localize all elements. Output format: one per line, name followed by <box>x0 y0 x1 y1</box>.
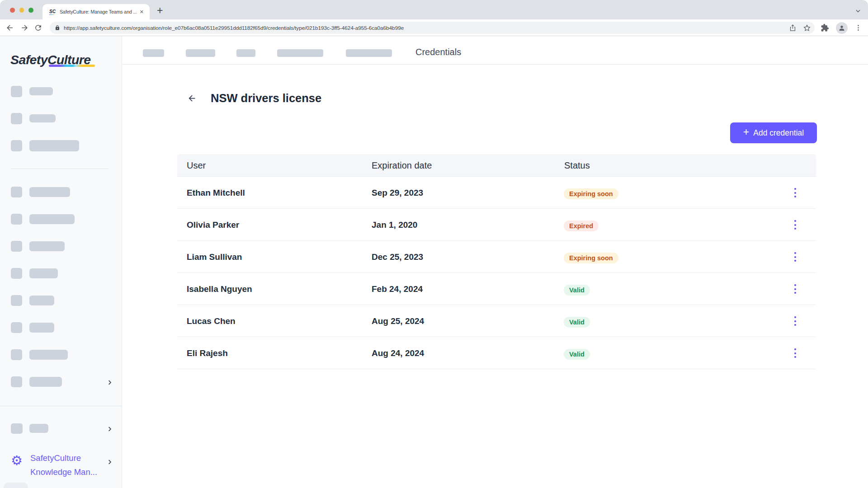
back-nav-icon[interactable] <box>5 23 14 32</box>
sidebar-skeleton-icon <box>11 140 22 151</box>
browser-window: SC SafetyCulture: Manage Teams and ... ✕… <box>0 0 868 488</box>
add-credential-button[interactable]: + Add credential <box>730 122 817 143</box>
sidebar-skeleton-icon <box>11 187 22 197</box>
sidebar-skeleton-bar <box>29 323 54 333</box>
extensions-puzzle-icon[interactable] <box>821 23 829 32</box>
table-row[interactable]: Olivia Parker Jan 1, 2020 Expired <box>177 209 816 241</box>
chevron-right-icon[interactable] <box>106 426 113 432</box>
nav-skeleton-bar <box>236 49 255 57</box>
sidebar-divider <box>10 169 108 169</box>
sidebar-skeleton-icon <box>11 268 22 279</box>
sidebar-skeleton-icon <box>11 376 22 387</box>
table-header: User Expiration date Status <box>177 154 816 177</box>
table-row[interactable]: Liam Sullivan Dec 25, 2023 Expiring soon <box>177 241 816 273</box>
sidebar-skeleton-bar <box>29 296 54 305</box>
url-text[interactable]: https://app.safetyculture.com/organisati… <box>64 25 783 31</box>
gear-icon: ⚙ <box>11 454 23 467</box>
nav-skeleton-bar <box>186 49 215 57</box>
sidebar-skeleton-bar <box>29 268 58 278</box>
user-cell: Liam Sullivan <box>187 241 242 273</box>
table-row[interactable]: Ethan Mitchell Sep 29, 2023 Expiring soo… <box>177 177 816 209</box>
column-user: User <box>187 154 206 177</box>
plus-icon: + <box>743 126 749 138</box>
tab-credentials[interactable]: Credentials <box>415 36 461 65</box>
sidebar-skeleton-icon <box>11 349 22 360</box>
forward-nav-icon[interactable] <box>20 23 29 32</box>
status-badge: Valid <box>564 349 590 360</box>
main-area: Credentials NSW drivers license + Add cr… <box>122 36 868 488</box>
user-cell: Eli Rajesh <box>187 337 228 369</box>
browser-tab[interactable]: SC SafetyCulture: Manage Teams and ... ✕ <box>42 4 150 19</box>
safetyculture-favicon-icon: SC <box>49 9 56 14</box>
expiration-cell: Dec 25, 2023 <box>372 241 423 273</box>
row-menu-kebab-icon[interactable] <box>789 316 802 326</box>
tab-strip: SC SafetyCulture: Manage Teams and ... ✕… <box>0 0 868 19</box>
sidebar-bottom-card <box>4 483 28 488</box>
table-row[interactable]: Lucas Chen Aug 25, 2024 Valid <box>177 305 816 337</box>
reload-icon[interactable] <box>34 23 42 32</box>
lock-icon[interactable] <box>55 25 60 31</box>
sidebar-skeleton-bar <box>29 377 62 387</box>
user-cell: Lucas Chen <box>187 305 236 337</box>
expiration-cell: Jan 1, 2020 <box>372 209 417 241</box>
column-expiration-date: Expiration date <box>372 154 432 177</box>
user-cell: Ethan Mitchell <box>187 177 245 209</box>
sidebar-skeleton-icon <box>11 295 22 306</box>
row-menu-kebab-icon[interactable] <box>789 252 802 262</box>
browser-profile-avatar[interactable] <box>836 22 848 34</box>
expiration-cell: Aug 25, 2024 <box>372 305 424 337</box>
tab-close-icon[interactable]: ✕ <box>140 9 144 15</box>
expiration-cell: Sep 29, 2023 <box>372 177 423 209</box>
back-arrow-icon[interactable] <box>187 94 197 103</box>
sidebar-skeleton-bar <box>29 214 75 224</box>
user-cell: Olivia Parker <box>187 209 239 241</box>
browser-menu-icon[interactable] <box>854 24 862 32</box>
chevron-right-icon[interactable] <box>106 459 113 465</box>
address-bar[interactable]: https://app.safetyculture.com/organisati… <box>50 22 815 34</box>
sidebar-skeleton-bar <box>29 87 53 95</box>
table-row[interactable]: Eli Rajesh Aug 24, 2024 Valid <box>177 337 816 369</box>
sidebar-skeleton-bar <box>29 241 65 251</box>
bookmark-star-icon[interactable] <box>803 24 811 32</box>
browser-toolbar: https://app.safetyculture.com/organisati… <box>0 19 868 36</box>
sidebar-skeleton-icon <box>11 322 22 333</box>
sidebar-skeleton-bar <box>29 187 70 197</box>
top-nav: Credentials <box>122 36 868 65</box>
row-menu-kebab-icon[interactable] <box>789 188 802 197</box>
share-icon[interactable] <box>789 24 797 32</box>
new-tab-button[interactable]: + <box>157 5 163 16</box>
sidebar-skeleton-icon <box>11 214 22 225</box>
logo-gradient-underline <box>49 65 95 67</box>
nav-skeleton-bar <box>277 49 323 57</box>
sidebar-item-knowledge-base[interactable]: SafetyCulture Knowledge Man... <box>30 451 97 479</box>
table-row[interactable]: Isabella Nguyen Feb 24, 2024 Valid <box>177 273 816 305</box>
row-menu-kebab-icon[interactable] <box>789 348 802 358</box>
chevron-right-icon[interactable] <box>106 379 113 386</box>
column-status: Status <box>564 154 590 177</box>
nav-skeleton-bar <box>143 49 164 57</box>
sidebar-skeleton-bar <box>29 140 79 151</box>
minimize-window-button[interactable] <box>19 8 24 13</box>
sidebar-skeleton-bar <box>29 114 56 122</box>
row-menu-kebab-icon[interactable] <box>789 220 802 230</box>
status-badge: Valid <box>564 317 590 328</box>
status-badge: Expiring soon <box>564 253 618 263</box>
sidebar-skeleton-icon <box>11 86 22 97</box>
status-badge: Expiring soon <box>564 188 618 199</box>
expiration-cell: Feb 24, 2024 <box>372 273 423 305</box>
sidebar-skeleton-icon <box>11 241 22 252</box>
credentials-table: User Expiration date Status Ethan Mitche… <box>177 154 816 369</box>
maximize-window-button[interactable] <box>28 8 33 13</box>
sidebar-skeleton-icon <box>11 423 23 434</box>
traffic-lights <box>10 8 33 13</box>
expiration-cell: Aug 24, 2024 <box>372 337 424 369</box>
sidebar-skeleton-bar <box>29 424 48 433</box>
close-window-button[interactable] <box>10 8 15 13</box>
sidebar-skeleton-bar <box>29 350 68 360</box>
tab-search-chevron-icon[interactable] <box>855 8 861 16</box>
user-cell: Isabella Nguyen <box>187 273 252 305</box>
sidebar: SafetyCulture <box>0 36 122 488</box>
row-menu-kebab-icon[interactable] <box>789 284 802 294</box>
sidebar-bottom-divider <box>0 406 122 406</box>
nav-skeleton-bar <box>346 49 392 57</box>
